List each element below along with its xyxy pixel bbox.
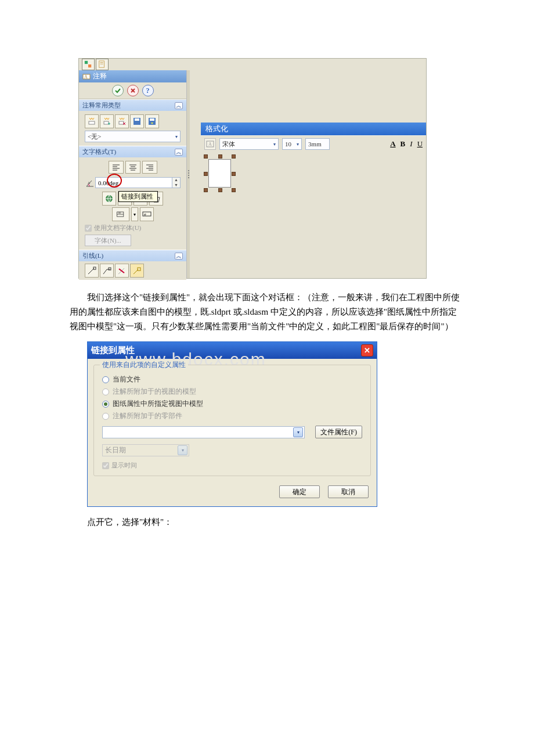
- panel-title: A 注释: [79, 70, 186, 82]
- resize-handle[interactable]: [204, 172, 208, 176]
- svg-rect-10: [104, 121, 109, 124]
- svg-text:100: 100: [118, 212, 121, 214]
- source-groupbox: 使用来自此项的自定义属性 当前文件 注解所附加于的视图的模型 图纸属性中所指定视…: [93, 365, 371, 476]
- font-button: 字体(N)...: [85, 235, 131, 246]
- note-edit-box[interactable]: [204, 154, 236, 192]
- note-format-icon[interactable]: A: [204, 138, 216, 150]
- dialog-title: 链接到属性: [91, 345, 135, 356]
- fit-text-button[interactable]: 100: [112, 207, 129, 221]
- property-tab[interactable]: [96, 59, 109, 70]
- leader-straight-button[interactable]: [85, 264, 99, 278]
- link-to-property-tooltip: 链接到属性: [118, 191, 158, 202]
- angle-field[interactable]: 0.00deg: [95, 177, 172, 188]
- svg-text:A: A: [208, 142, 212, 147]
- svg-rect-17: [135, 118, 139, 121]
- body-paragraph-1: 我们选择这个"链接到属性"，就会出现下面这个对话框：（注意，一般来讲，我们在工程…: [70, 290, 464, 333]
- cancel-button[interactable]: 取消: [328, 485, 369, 498]
- bold-button[interactable]: B: [400, 139, 406, 149]
- style-new-button[interactable]: [85, 114, 99, 128]
- style-load-button[interactable]: [145, 114, 159, 128]
- align-left-button[interactable]: [109, 161, 124, 174]
- use-doc-font-checkbox: 使用文档字体(U): [85, 224, 181, 232]
- panel-gripper[interactable]: [186, 70, 190, 278]
- insert-hyperlink-button[interactable]: [102, 192, 116, 206]
- svg-rect-0: [85, 61, 88, 64]
- radio-component: 注解所附加于的零部件: [102, 411, 362, 421]
- svg-text:A: A: [88, 181, 91, 185]
- underline-button[interactable]: U: [417, 139, 423, 149]
- svg-rect-52: [138, 268, 140, 271]
- property-name-dropdown[interactable]: ▾: [102, 426, 305, 438]
- format-toolbar-title: 格式化: [201, 123, 426, 135]
- section-header-leaders[interactable]: 引线(L) ︽: [79, 250, 186, 261]
- resize-handle[interactable]: [232, 188, 236, 192]
- ok-button[interactable]: 确定: [279, 485, 320, 498]
- font-size-dropdown[interactable]: 10▾: [282, 138, 302, 150]
- radio-sheet-model[interactable]: 图纸属性中所指定视图中模型: [102, 399, 362, 409]
- ok-button[interactable]: [112, 85, 124, 96]
- font-color-button[interactable]: A: [390, 139, 395, 149]
- show-time-checkbox: 显示时间: [102, 461, 362, 470]
- collapse-toggle[interactable]: ︽: [175, 102, 183, 109]
- collapse-toggle[interactable]: ︽: [175, 253, 183, 260]
- close-button[interactable]: ✕: [361, 344, 373, 357]
- insert-gtol-button[interactable]: ⌀: [140, 207, 154, 221]
- radio-current-file[interactable]: 当前文件: [102, 375, 362, 384]
- date-format-dropdown: 长日期▾: [102, 444, 189, 456]
- radio-view-model: 注解所附加于的视图的模型: [102, 387, 362, 397]
- resize-handle[interactable]: [232, 154, 236, 159]
- leader-auto-button[interactable]: [130, 264, 144, 278]
- resize-handle[interactable]: [232, 172, 236, 176]
- style-save-button[interactable]: [130, 114, 144, 128]
- leader-none-button[interactable]: [115, 264, 129, 278]
- svg-text:⌀: ⌀: [144, 213, 146, 216]
- cancel-button[interactable]: [127, 85, 139, 96]
- font-family-dropdown[interactable]: 宋体▾: [219, 138, 279, 150]
- collapse-toggle[interactable]: ︽: [175, 149, 183, 156]
- leader-bent-button[interactable]: [100, 264, 114, 278]
- angle-spinner[interactable]: ▲▼: [172, 177, 181, 188]
- italic-button[interactable]: I: [410, 139, 412, 149]
- link-to-property-dialog: 链接到属性 ✕ www.bdocx.com 使用来自此项的自定义属性 当前文件 …: [87, 341, 377, 507]
- align-center-button[interactable]: [125, 161, 140, 174]
- svg-text:A: A: [84, 74, 88, 80]
- help-button[interactable]: ?: [142, 85, 154, 96]
- feature-tree-tab[interactable]: [82, 59, 95, 70]
- svg-rect-19: [150, 118, 154, 121]
- resize-handle[interactable]: [204, 154, 208, 159]
- align-right-button[interactable]: [142, 161, 157, 174]
- style-delete-button[interactable]: [115, 114, 129, 128]
- fit-text-dropdown[interactable]: ▾: [131, 207, 138, 221]
- section-header-textfmt[interactable]: 文字格式(T) ︽: [79, 146, 186, 157]
- svg-rect-1: [88, 64, 91, 67]
- resize-handle[interactable]: [218, 154, 222, 159]
- groupbox-legend: 使用来自此项的自定义属性: [100, 360, 188, 370]
- angle-icon: A: [85, 178, 95, 188]
- body-paragraph-2: 点开它，选择"材料"：: [70, 515, 464, 530]
- section-header-common[interactable]: 注释常用类型 ︽: [79, 100, 186, 111]
- resize-handle[interactable]: [218, 188, 222, 192]
- file-properties-button[interactable]: 文件属性(F): [315, 426, 362, 438]
- style-preset-dropdown[interactable]: <无>▾: [85, 131, 181, 142]
- font-unit-dropdown[interactable]: 3mm: [305, 138, 330, 150]
- svg-rect-9: [89, 121, 95, 124]
- style-add-button[interactable]: [100, 114, 114, 128]
- annotation-panel-screenshot: A 注释 ? 注释常用类型 ︽ <无>: [78, 58, 427, 279]
- resize-handle[interactable]: [204, 188, 208, 192]
- note-icon: A: [82, 73, 91, 81]
